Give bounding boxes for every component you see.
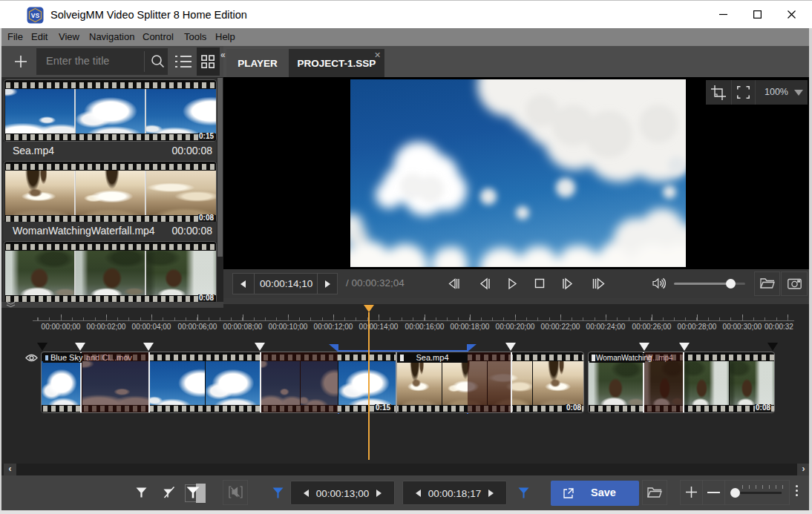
svg-text:VS: VS <box>31 12 40 19</box>
